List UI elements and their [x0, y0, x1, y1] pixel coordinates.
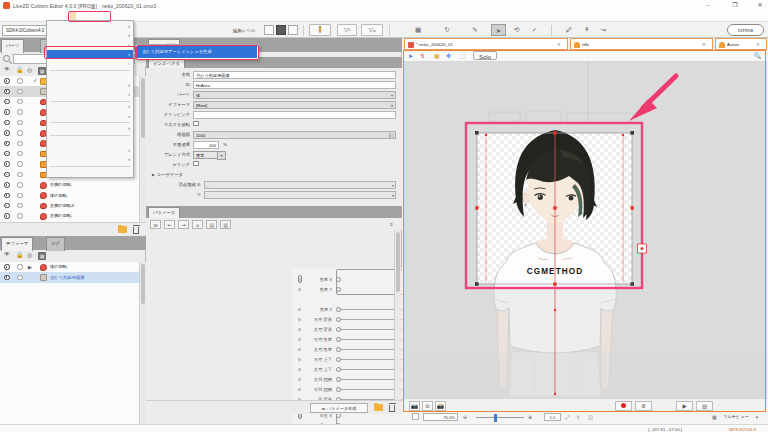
menu-item[interactable] [47, 41, 133, 50]
lock-circle-icon[interactable] [17, 141, 23, 147]
create-parameter-button[interactable]: ⚌ パラメータ作成 [310, 403, 368, 413]
edit-level-button[interactable] [288, 25, 298, 35]
lock-circle-icon[interactable] [17, 130, 23, 136]
move-icon[interactable]: ✥ [446, 51, 451, 61]
menu-item[interactable] [47, 81, 133, 90]
menu-item[interactable] [47, 50, 133, 59]
menu-item[interactable] [47, 102, 133, 111]
param-list2-icon[interactable]: ▥ [220, 220, 231, 229]
tab-model-view[interactable]: * neko_200620_01 ✕ [404, 38, 568, 50]
menu-item[interactable] [47, 59, 133, 68]
lock-circle-icon[interactable] [17, 182, 23, 188]
multiview-grid-icon[interactable]: ▦ [712, 414, 717, 420]
param-list-icon[interactable]: ▤ [206, 220, 217, 229]
new-folder-icon[interactable] [374, 404, 383, 411]
visibility-eye-icon[interactable] [4, 275, 10, 281]
pin-tool-icon[interactable]: 🖈 [580, 24, 594, 36]
nizima-button[interactable]: nizima [727, 24, 764, 36]
one-to-one-button[interactable]: 1:1 [544, 413, 561, 422]
field-value[interactable]: 100 [193, 141, 219, 149]
field-value[interactable] [193, 161, 199, 167]
tab-action-animation[interactable]: Action ✕ [715, 38, 767, 50]
minimize-button[interactable]: – [700, 0, 716, 11]
tab-deformer[interactable]: デフォーマ [1, 237, 33, 251]
menu-item[interactable] [47, 71, 133, 80]
zoom-value[interactable]: 75.0% [423, 413, 458, 422]
lock-circle-icon[interactable] [17, 151, 23, 157]
menu-bar-item[interactable] [4, 12, 10, 22]
canvas-viewport[interactable]: CGMETHOD [403, 62, 767, 398]
zoom-slider-track[interactable] [476, 417, 524, 418]
mesh-manual-button[interactable]: ▽¹ [337, 24, 357, 36]
grid-icon[interactable]: ▦ [411, 24, 425, 36]
multiview-expand-icon[interactable]: ▲ [755, 414, 759, 419]
menu-item[interactable] [47, 155, 133, 164]
tab-log[interactable]: ログ [46, 237, 65, 251]
deformer-list-row[interactable]: ▶ 当たり判定用画像 [0, 272, 146, 282]
lock-circle-icon[interactable] [17, 203, 23, 209]
lock-circle-icon[interactable] [17, 161, 23, 167]
target-icon[interactable]: ◎ [27, 66, 32, 73]
menu-item[interactable] [47, 167, 133, 176]
record-button[interactable] [615, 401, 632, 411]
field-value[interactable]: [Root] [193, 101, 396, 109]
lock-circle-icon[interactable] [17, 193, 23, 199]
visibility-eye-icon[interactable] [4, 99, 10, 105]
parts-list-row[interactable]: ✓ ▶ 左腕の回転 [0, 211, 146, 221]
param-reset-icon[interactable]: ⌀ [192, 220, 203, 229]
parts-list-row[interactable]: ✓ ▶ 左腕の回転X [0, 201, 146, 211]
menu-item[interactable] [47, 31, 133, 40]
arrow-tool-icon[interactable]: ➤ [491, 24, 506, 36]
field-value[interactable]: 通常 [193, 151, 219, 159]
menu-item[interactable] [47, 22, 133, 31]
bg-toggle-checkbox[interactable] [412, 413, 419, 420]
rotate-tool-icon[interactable]: ↻ [440, 24, 454, 36]
field-value[interactable]: - [204, 191, 396, 199]
lock-circle-icon[interactable] [17, 213, 23, 219]
mesh-auto-button[interactable]: ▽ₐ [361, 24, 383, 36]
display-settings-icon[interactable]: ▦ [38, 67, 46, 75]
visibility-eye-icon[interactable] [4, 172, 10, 178]
fit-vert-icon[interactable]: ⇳ [576, 414, 580, 420]
lock-circle-icon[interactable] [17, 275, 23, 281]
split-view-icon[interactable]: ◫ [588, 414, 593, 420]
field-value[interactable] [193, 121, 199, 127]
menu-item[interactable] [47, 146, 133, 155]
visibility-eye-icon[interactable] [4, 78, 10, 84]
lock-circle-icon[interactable] [17, 99, 23, 105]
delete-icon[interactable] [389, 405, 395, 412]
model-display-button[interactable]: 🧍 [309, 24, 331, 36]
close-tab-icon[interactable]: ✕ [702, 39, 706, 50]
lock-circle-icon[interactable] [17, 172, 23, 178]
visibility-eye-icon[interactable] [4, 120, 10, 126]
lock-circle-icon[interactable] [17, 120, 23, 126]
lock-circle-icon[interactable] [17, 89, 23, 95]
magnifier-icon[interactable]: 🔍 [754, 51, 762, 61]
snapshot-camera-icon[interactable]: 📷 [409, 401, 420, 411]
delete-icon[interactable] [133, 227, 139, 234]
solo-button[interactable]: Solo [473, 51, 497, 60]
fit-icon[interactable]: ⤢ [565, 414, 569, 421]
visibility-eye-icon[interactable] [4, 213, 10, 219]
menu-item-generate-hit-artmesh[interactable]: 当たり判定用アートメッシュを生成 [137, 46, 257, 58]
parts-list-row[interactable]: ✓ ▶ 体の回転 [0, 190, 146, 200]
close-tab-icon[interactable]: ✕ [756, 39, 760, 50]
param-play-icon[interactable]: ≫ [150, 220, 161, 229]
menu-item[interactable] [47, 124, 133, 133]
field-value[interactable]: - [204, 181, 396, 189]
curve-tool-icon[interactable]: ↝ [596, 24, 610, 36]
edit-level-button[interactable] [276, 25, 286, 35]
memory-usage[interactable]: 3878.8/2554.8 [729, 427, 756, 432]
param-menu-icon[interactable]: ≡ [386, 220, 397, 229]
lock-circle-icon[interactable] [17, 109, 23, 115]
camera-settings-icon[interactable]: 📸 [435, 401, 446, 411]
play-button[interactable]: ▶ [676, 401, 693, 411]
maximize-button[interactable]: ❐ [727, 0, 743, 11]
visibility-eye-icon[interactable] [4, 193, 10, 199]
menu-bar-item[interactable] [230, 12, 236, 22]
playlist-icon[interactable]: ▤ [696, 401, 713, 411]
menu-item[interactable] [47, 136, 133, 145]
visibility-eye-icon[interactable] [4, 182, 10, 188]
multiview-label[interactable]: マルチビュー [723, 414, 749, 419]
eye-icon[interactable]: 👁 [4, 66, 10, 72]
